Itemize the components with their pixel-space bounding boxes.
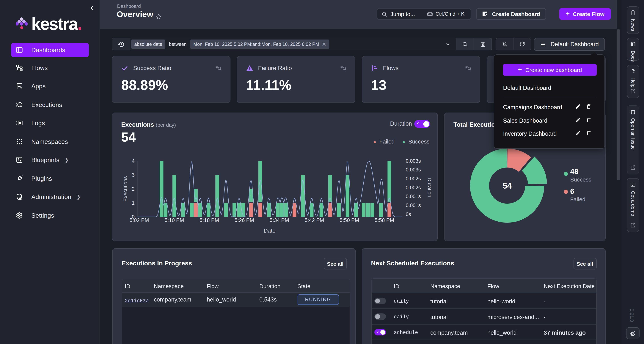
svg-text:5:26 PM: 5:26 PM: [234, 217, 254, 223]
svg-text:5:02 PM: 5:02 PM: [130, 217, 149, 223]
svg-text:3: 3: [132, 172, 134, 178]
svg-text:0.001s: 0.001s: [406, 203, 421, 208]
svg-text:Duration: Duration: [426, 178, 432, 197]
svg-text:0.003s: 0.003s: [406, 167, 421, 173]
svg-text:5:50 PM: 5:50 PM: [340, 217, 359, 223]
svg-text:5:10 PM: 5:10 PM: [164, 217, 184, 223]
svg-text:Date: Date: [264, 228, 276, 234]
svg-text:2: 2: [132, 186, 134, 192]
svg-text:5:18 PM: 5:18 PM: [200, 217, 219, 223]
svg-text:4: 4: [132, 158, 134, 164]
svg-text:Executions: Executions: [122, 176, 128, 202]
svg-text:0.002s: 0.002s: [406, 176, 421, 182]
svg-text:5:58 PM: 5:58 PM: [374, 217, 394, 223]
svg-text:0.002s: 0.002s: [406, 185, 421, 190]
svg-text:5:42 PM: 5:42 PM: [305, 217, 324, 223]
svg-text:0.001s: 0.001s: [406, 194, 421, 199]
svg-text:0.003s: 0.003s: [406, 158, 421, 164]
svg-text:1: 1: [132, 200, 134, 206]
svg-text:5:34 PM: 5:34 PM: [270, 217, 289, 223]
svg-text:0s: 0s: [406, 212, 411, 217]
svg-text:54: 54: [503, 181, 512, 190]
